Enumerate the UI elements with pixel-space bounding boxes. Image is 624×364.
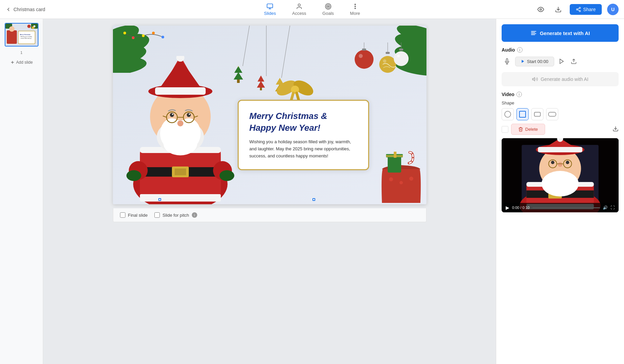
audio-info-icon[interactable]: i [517,47,523,53]
user-avatar[interactable]: U [607,4,619,15]
svg-point-67 [397,55,400,57]
svg-line-44 [243,26,249,66]
svg-point-21 [9,26,14,32]
slide-for-pitch-label: Slide for pitch [162,213,189,218]
svg-rect-0 [267,4,273,8]
svg-rect-101 [155,87,206,95]
tab-access[interactable]: Access [289,2,309,17]
svg-point-37 [142,34,145,37]
share-button[interactable]: Share [570,4,602,15]
svg-point-59 [359,54,363,58]
audio-upload-button[interactable] [569,57,578,66]
svg-point-109 [389,177,393,181]
pitch-info-icon[interactable]: i [192,212,197,218]
audio-play-button[interactable] [557,57,566,66]
mic-button[interactable] [502,56,512,67]
svg-rect-105 [388,156,401,173]
audio-start-label: Start 00:00 [527,59,548,64]
svg-point-3 [298,4,300,6]
back-button[interactable]: Christmas card [5,6,45,12]
video-info-icon[interactable]: i [516,92,522,97]
download-button[interactable] [552,3,564,16]
video-preview: ▶ 0:00 / 0:10 🔊 ⛶ [502,138,619,212]
svg-line-46 [281,26,290,78]
slide-background: Merry Christmas &Happy New Year! Wishing… [113,26,426,204]
card-body: Wishing you a holiday season filled with… [249,139,357,159]
slide-controls: Final slide Slide for pitch i [113,208,426,222]
video-volume-button[interactable]: 🔊 [603,205,608,210]
nav-tabs: Slides Access Goals More [261,2,363,17]
svg-marker-121 [532,78,535,81]
audio-start-button[interactable]: Start 00:00 [515,57,554,66]
svg-point-134 [558,162,563,167]
svg-point-13 [576,9,578,10]
svg-point-100 [176,56,184,62]
svg-marker-119 [560,59,563,64]
svg-point-111 [409,177,413,181]
video-controls-bar: ▶ 0:00 / 0:10 🔊 ⛶ [502,203,619,212]
svg-point-135 [551,161,555,164]
video-fullscreen-button[interactable]: ⛶ [611,205,615,210]
svg-point-28 [33,25,35,27]
audio-section: Audio i Start 00:00 [502,47,619,67]
slide-for-pitch-checkbox[interactable] [154,212,160,218]
final-slide-checkbox[interactable] [120,212,125,218]
video-progress-bar[interactable] [532,207,600,208]
svg-marker-52 [257,81,265,88]
svg-point-91 [189,114,190,115]
generate-audio-button[interactable]: Generate audio with AI [502,72,619,86]
right-panel: Generate text with AI Audio i [496,19,624,364]
svg-point-136 [566,161,569,164]
generate-text-button[interactable]: Generate text with AI [502,24,619,42]
tab-goals-label: Goals [322,11,334,16]
shape-roundrect2-option[interactable] [546,108,558,120]
svg-point-26 [27,25,31,28]
video-download-icon[interactable] [613,126,619,133]
slide-thumbnail-1[interactable]: Merry Christmas Wishing you a holiday se… [5,23,38,47]
audio-label: Audio [502,47,515,53]
svg-rect-64 [386,52,390,54]
canvas-wrapper: Merry Christmas &Happy New Year! Wishing… [43,19,496,364]
shape-roundrect-option[interactable] [531,108,543,120]
action-row: Delete [502,124,619,135]
tab-more-label: More [350,11,360,16]
tab-more[interactable]: More [347,2,363,17]
video-time: 0:00 / 0:10 [512,206,530,210]
svg-point-77 [126,170,141,181]
card-title: Merry Christmas &Happy New Year! [249,110,357,134]
svg-line-15 [577,10,579,11]
svg-point-88 [170,113,174,117]
tab-goals[interactable]: Goals [320,2,336,17]
video-label: Video [502,92,514,97]
video-checkbox[interactable] [502,126,508,133]
ball-ornaments-right [349,42,410,90]
svg-point-87 [177,120,183,126]
svg-point-6 [328,6,329,7]
svg-rect-75 [140,194,221,202]
app-title: Christmas card [13,7,45,12]
svg-point-38 [152,32,155,34]
top-nav: Christmas card Slides Access Goals [0,0,624,19]
audio-controls: Start 00:00 [502,56,619,67]
generate-text-label: Generate text with AI [540,30,590,36]
slide-for-pitch-checkbox-label[interactable]: Slide for pitch i [154,212,197,218]
slides-sidebar: Merry Christmas Wishing you a holiday se… [0,19,43,364]
svg-point-36 [132,36,135,39]
shape-circle-option[interactable] [502,108,514,120]
preview-button[interactable] [535,3,547,16]
svg-point-62 [379,56,396,73]
selection-handle-tl[interactable] [158,198,161,201]
slide-canvas[interactable]: Merry Christmas &Happy New Year! Wishing… [113,26,426,204]
delete-button[interactable]: Delete [511,124,545,135]
video-play-button[interactable]: ▶ [506,205,509,210]
share-label: Share [583,7,596,12]
svg-marker-118 [522,60,524,63]
shape-square-option[interactable] [516,108,529,120]
add-slide-button[interactable]: Add slide [7,57,35,67]
svg-point-5 [326,5,330,8]
tab-slides[interactable]: Slides [261,2,278,17]
final-slide-checkbox-label[interactable]: Final slide [120,212,148,218]
svg-point-110 [399,181,403,184]
selection-handle-br[interactable] [313,198,315,201]
tab-access-label: Access [292,11,306,16]
